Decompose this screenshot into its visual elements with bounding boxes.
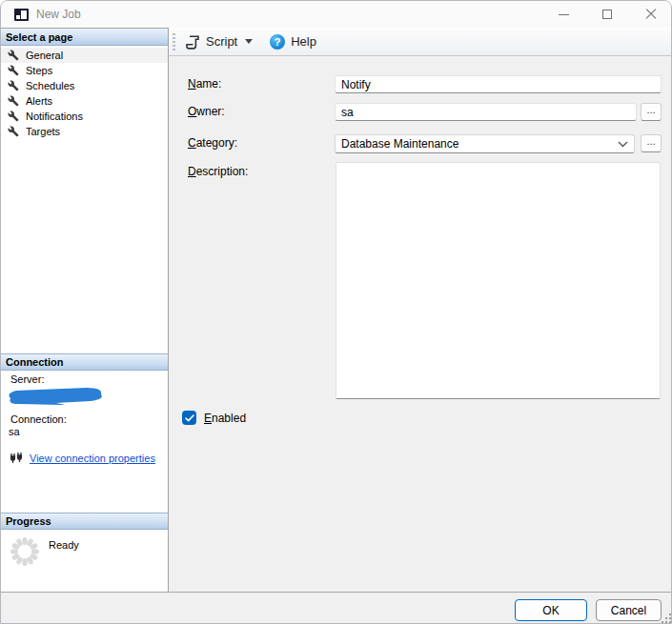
- plug-icon: [9, 451, 24, 466]
- window-title: New Job: [36, 8, 81, 21]
- description-label: Description:: [188, 165, 248, 178]
- titlebar: New Job: [1, 1, 672, 28]
- wrench-icon: [8, 111, 19, 122]
- owner-browse-button[interactable]: ...: [641, 103, 662, 121]
- connection-label: Connection:: [1, 413, 168, 425]
- script-icon: [185, 34, 200, 50]
- sidebar-item-label: Targets: [26, 126, 60, 137]
- script-button[interactable]: Script: [181, 30, 256, 53]
- chevron-down-icon: [618, 141, 628, 148]
- wrench-icon: [8, 65, 19, 76]
- resize-grip[interactable]: [662, 614, 671, 623]
- minimize-button[interactable]: [541, 1, 585, 28]
- script-dropdown-icon[interactable]: [245, 39, 253, 44]
- spinner-icon: [9, 535, 41, 568]
- view-connection-properties-link[interactable]: View connection properties: [30, 453, 155, 464]
- new-job-dialog: New Job Select a page General Steps Sche…: [0, 0, 672, 624]
- help-icon: ?: [270, 34, 285, 50]
- select-a-page-header: Select a page: [1, 29, 168, 46]
- category-value: Database Maintenance: [341, 137, 458, 151]
- wrench-icon: [8, 95, 19, 107]
- enabled-checkbox[interactable]: [182, 411, 196, 425]
- wrench-icon: [8, 126, 19, 137]
- checkmark-icon: [185, 414, 194, 422]
- sidebar-item-notifications[interactable]: Notifications: [1, 109, 168, 124]
- sidebar-item-general[interactable]: General: [1, 48, 168, 63]
- sidebar-item-alerts[interactable]: Alerts: [1, 93, 168, 109]
- connection-panel: Server: Connection: sa View connection p…: [1, 372, 168, 466]
- wrench-icon: [8, 80, 19, 91]
- window-icon: [14, 9, 29, 21]
- name-input[interactable]: [335, 75, 662, 93]
- help-button[interactable]: ? Help: [266, 30, 320, 53]
- close-button[interactable]: [629, 1, 672, 28]
- category-label: Category:: [188, 136, 237, 150]
- sidebar-item-steps[interactable]: Steps: [1, 63, 168, 78]
- wrench-icon: [8, 50, 19, 61]
- category-browse-button[interactable]: ...: [641, 134, 662, 152]
- sidebar-item-label: Alerts: [26, 95, 52, 107]
- sidebar-item-label: Notifications: [26, 111, 83, 122]
- owner-label: Owner:: [188, 105, 225, 118]
- cancel-button[interactable]: Cancel: [596, 599, 662, 621]
- sidebar: Select a page General Steps Schedules Al…: [1, 28, 169, 592]
- server-name-redaction: [3, 387, 108, 406]
- help-label: Help: [291, 34, 316, 49]
- enabled-label: Enabled: [204, 412, 246, 425]
- footer: OK Cancel: [1, 592, 672, 624]
- sidebar-item-label: Schedules: [26, 80, 74, 91]
- toolbar-grip: [173, 33, 175, 50]
- minimize-icon: [559, 14, 569, 15]
- progress-header: Progress: [1, 513, 168, 530]
- general-page-form: Name: Owner: ... Category: Database Main…: [169, 56, 672, 592]
- owner-input[interactable]: [335, 103, 637, 121]
- script-label: Script: [206, 34, 237, 49]
- sidebar-item-label: General: [26, 50, 63, 61]
- maximize-button[interactable]: [585, 1, 629, 28]
- sidebar-item-schedules[interactable]: Schedules: [1, 78, 168, 93]
- server-label: Server:: [1, 373, 168, 385]
- sidebar-item-targets[interactable]: Targets: [1, 124, 168, 139]
- category-select[interactable]: Database Maintenance: [335, 134, 635, 153]
- progress-status: Ready: [49, 539, 79, 551]
- description-textarea[interactable]: [336, 162, 661, 399]
- toolbar: Script ? Help: [169, 28, 672, 56]
- close-icon: [645, 9, 657, 20]
- connection-value: sa: [1, 426, 168, 437]
- connection-header: Connection: [1, 353, 168, 371]
- ok-button[interactable]: OK: [515, 599, 587, 621]
- page-list: General Steps Schedules Alerts Notificat…: [1, 48, 168, 139]
- progress-panel: Ready: [1, 532, 168, 568]
- sidebar-item-label: Steps: [26, 65, 52, 76]
- name-label: Name:: [188, 77, 221, 91]
- maximize-icon: [602, 10, 612, 19]
